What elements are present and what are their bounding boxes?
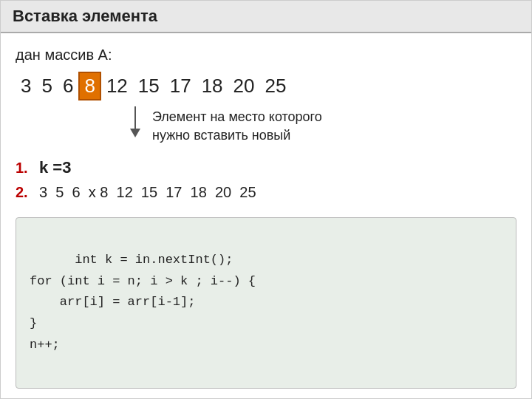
annotation-text: Элемент на место которого нужно вставить… [152, 108, 322, 145]
steps-section: 1. k =3 2. 3 5 6 x 8 12 15 17 18 20 25 [16, 154, 516, 204]
array-num-1: 5 [36, 73, 57, 99]
array-num-0: 3 [16, 73, 36, 99]
arrow-indicator [130, 106, 140, 137]
array-num-7: 18 [197, 73, 228, 99]
slide: Вставка элемента дан массив А: 356812151… [0, 0, 532, 399]
array-num-8: 20 [228, 73, 260, 99]
array-num-4: 12 [101, 73, 133, 99]
array-num-2: 6 [58, 73, 78, 99]
slide-body: дан массив А: 3568121517182025 Элемент н… [1, 33, 531, 398]
array-num-5: 15 [133, 73, 165, 99]
code-block: int k = in.nextInt(); for (int i = n; i … [16, 217, 516, 389]
array-label: дан массив А: [16, 45, 516, 64]
array-num-3: 8 [78, 72, 100, 100]
code-text: int k = in.nextInt(); for (int i = n; i … [30, 253, 256, 352]
step-2-content: 3 5 6 x 8 12 15 17 18 20 25 [39, 180, 256, 204]
step-1-num: 1. [16, 156, 32, 180]
array-num-9: 25 [259, 73, 291, 99]
step-2-row: 2. 3 5 6 x 8 12 15 17 18 20 25 [16, 180, 516, 204]
array-num-6: 17 [165, 73, 197, 99]
slide-title: Вставка элемента [13, 7, 519, 26]
step-1-content: k =3 [39, 154, 71, 180]
slide-header: Вставка элемента [1, 1, 531, 33]
array-display: 3568121517182025 [16, 72, 516, 100]
step-2-num: 2. [16, 180, 32, 204]
step-1-row: 1. k =3 [16, 154, 516, 180]
